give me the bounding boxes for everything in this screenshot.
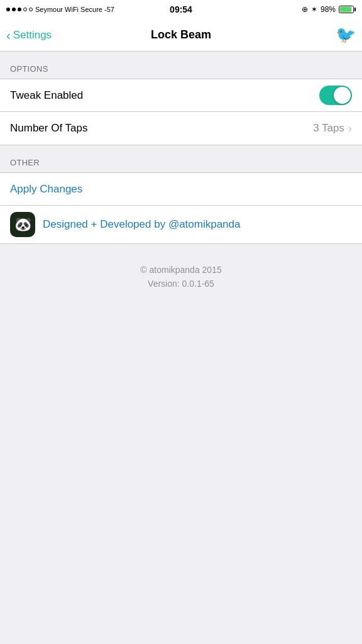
other-section-header: OTHER <box>0 145 362 172</box>
twitter-icon[interactable]: 🐦 <box>336 25 356 45</box>
number-of-taps-value-group: 3 Taps › <box>313 122 352 135</box>
footer: © atomikpanda 2015 Version: 0.0.1-65 <box>0 244 362 310</box>
dot3 <box>18 8 21 11</box>
version-text: Version: 0.0.1-65 <box>10 277 352 291</box>
carrier-label: Seymour WiFi Secure -57 <box>35 6 114 13</box>
status-left: Seymour WiFi Secure -57 <box>6 6 114 13</box>
chevron-right-icon: › <box>348 122 352 135</box>
developer-label: Designed + Developed by @atomikpanda <box>43 218 240 231</box>
apply-changes-row[interactable]: Apply Changes <box>0 173 362 206</box>
toggle-knob <box>334 87 351 104</box>
status-time: 09:54 <box>170 4 192 14</box>
back-label: Settings <box>13 29 52 42</box>
battery-icon <box>339 6 356 13</box>
copyright-text: © atomikpanda 2015 <box>10 263 352 277</box>
bluetooth-icon: ✶ <box>311 5 317 14</box>
status-bar: Seymour WiFi Secure -57 09:54 ⊕ ✶ 98% <box>0 0 362 19</box>
tweak-enabled-row: Tweak Enabled <box>0 79 362 112</box>
options-section-header: OPTIONS <box>0 52 362 79</box>
page-title: Lock Beam <box>151 28 211 42</box>
back-button[interactable]: ‹ Settings <box>6 29 52 42</box>
tweak-enabled-label: Tweak Enabled <box>10 89 83 102</box>
dot2 <box>12 8 16 11</box>
other-list: Apply Changes 🐼 Designed + Developed by … <box>0 172 362 244</box>
number-of-taps-row[interactable]: Number Of Taps 3 Taps › <box>0 112 362 145</box>
apply-changes-label: Apply Changes <box>10 183 82 196</box>
panda-icon: 🐼 <box>10 212 35 237</box>
options-list: Tweak Enabled Number Of Taps 3 Taps › <box>0 79 362 145</box>
signal-dots <box>6 8 33 11</box>
dot4 <box>23 8 27 11</box>
developer-row[interactable]: 🐼 Designed + Developed by @atomikpanda <box>0 206 362 243</box>
chevron-left-icon: ‹ <box>6 29 11 42</box>
battery-percent: 98% <box>321 5 336 14</box>
number-of-taps-label: Number Of Taps <box>10 122 87 135</box>
dot5 <box>29 8 33 11</box>
panda-emoji: 🐼 <box>14 216 31 233</box>
status-right: ⊕ ✶ 98% <box>302 5 356 14</box>
number-of-taps-value: 3 Taps <box>313 122 344 135</box>
nav-bar: ‹ Settings Lock Beam 🐦 <box>0 19 362 52</box>
tweak-enabled-toggle[interactable] <box>319 86 352 105</box>
dot1 <box>6 8 10 11</box>
antenna-icon: ⊕ <box>302 5 308 14</box>
